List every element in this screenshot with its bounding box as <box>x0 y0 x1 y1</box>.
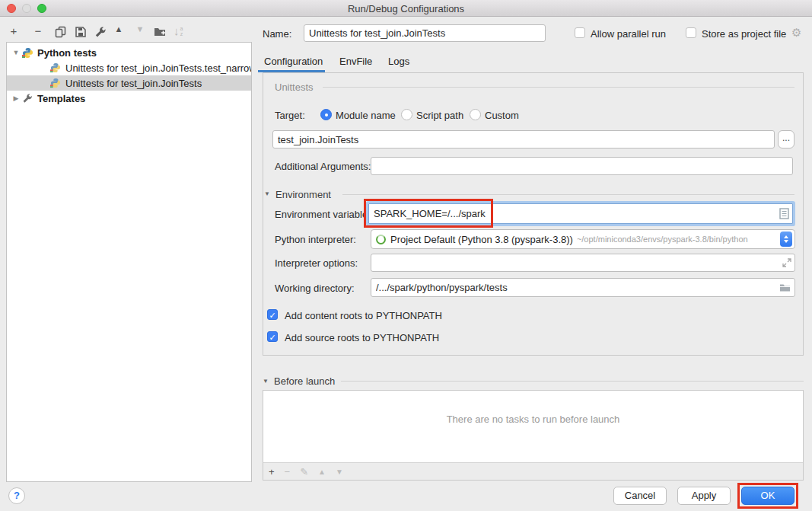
store-options-gear-icon[interactable]: ⚙ <box>791 26 801 40</box>
add-task-icon[interactable]: + <box>269 466 275 477</box>
expand-editor-icon[interactable] <box>782 258 791 267</box>
window-title: Run/Debug Configurations <box>0 3 812 14</box>
store-as-project-file-checkbox[interactable] <box>686 27 696 38</box>
tree-group-templates[interactable]: ▶ Templates <box>7 91 251 106</box>
target-script-path-label[interactable]: Script path <box>416 110 463 121</box>
target-input[interactable] <box>272 130 775 149</box>
sort-arrow-glyph: ↓ <box>174 24 180 37</box>
create-folder-icon[interactable] <box>154 26 167 37</box>
additional-arguments-input[interactable] <box>371 157 793 175</box>
python-interpreter-select[interactable]: Project Default (Python 3.8 (pyspark-3.8… <box>371 229 795 249</box>
cancel-button[interactable]: Cancel <box>613 487 667 505</box>
environment-group-title[interactable]: Environment <box>275 189 331 200</box>
before-launch-empty-text: There are no tasks to run before launch <box>263 414 803 425</box>
tree-item-label[interactable]: Unittests for test_join.JoinTests <box>65 78 202 89</box>
add-source-roots-checkbox[interactable]: ✓ <box>267 331 278 342</box>
target-script-path-radio[interactable] <box>401 109 412 120</box>
divider <box>323 87 794 88</box>
add-source-roots-label[interactable]: Add source roots to PYTHONPATH <box>285 332 439 343</box>
browse-target-button[interactable]: ... <box>778 130 794 149</box>
environment-collapse-icon[interactable]: ▼ <box>264 190 270 197</box>
before-launch-toolbar: + − ✎ ▲ ▼ <box>263 462 803 480</box>
tree-item-label[interactable]: Unittests for test_join.JoinTests.test_n… <box>65 62 251 74</box>
additional-arguments-label: Additional Arguments: <box>275 161 371 172</box>
browse-env-vars-icon[interactable] <box>779 208 789 219</box>
target-label: Target: <box>275 110 305 121</box>
target-module-name-label[interactable]: Module name <box>336 110 396 121</box>
tab-configuration[interactable]: Configuration <box>264 56 323 67</box>
move-task-up-icon: ▲ <box>318 468 326 476</box>
remove-configuration-icon[interactable]: − <box>30 24 46 37</box>
apply-button[interactable]: Apply <box>677 487 731 505</box>
name-input[interactable] <box>304 24 546 42</box>
tree-group-python-tests[interactable]: ▼ Python tests <box>7 45 251 60</box>
before-launch-collapse-icon[interactable]: ▼ <box>263 378 269 385</box>
copy-configuration-icon[interactable] <box>55 26 67 38</box>
tab-envfile[interactable]: EnvFile <box>339 56 372 67</box>
ok-button[interactable]: OK <box>741 487 794 505</box>
sort-letters: a z <box>180 26 183 37</box>
environment-variables-label: Environment variables: <box>275 209 375 220</box>
add-content-roots-label[interactable]: Add content roots to PYTHONPATH <box>285 310 442 321</box>
interpreter-options-input[interactable] <box>371 254 795 272</box>
divider <box>341 381 804 382</box>
target-custom-label[interactable]: Custom <box>485 110 519 121</box>
working-directory-input[interactable] <box>371 278 795 297</box>
before-launch-tasks-panel: There are no tasks to run before launch … <box>263 390 804 481</box>
python-interpreter-label: Python interpreter: <box>275 234 356 245</box>
remove-task-icon: − <box>285 466 291 477</box>
configurations-tree: ▼ Python tests Unittests for test_join.J… <box>6 42 252 482</box>
browse-folder-icon[interactable] <box>779 283 791 292</box>
tree-item-test-narrow[interactable]: Unittests for test_join.JoinTests.test_n… <box>7 60 251 75</box>
tab-logs[interactable]: Logs <box>388 56 409 67</box>
python-test-config-icon <box>50 62 62 74</box>
unittests-group-title: Unittests <box>275 81 314 93</box>
add-content-roots-checkbox[interactable]: ✓ <box>267 309 278 320</box>
target-custom-radio[interactable] <box>470 109 481 120</box>
tree-group-label[interactable]: Templates <box>37 93 85 104</box>
chevron-down-icon[interactable]: ▼ <box>11 49 21 56</box>
tree-item-jointests-selected[interactable]: Unittests for test_join.JoinTests <box>7 75 251 91</box>
sort-configurations-icon: ↓ a z <box>174 24 189 37</box>
python-test-config-icon <box>50 78 62 89</box>
store-as-project-file-label[interactable]: Store as project file <box>702 28 786 40</box>
add-configuration-icon[interactable]: + <box>6 24 21 37</box>
conda-env-icon <box>376 235 386 244</box>
templates-wrench-icon <box>22 93 33 104</box>
python-interpreter-path: ~/opt/miniconda3/envs/pyspark-3.8/bin/py… <box>577 235 777 244</box>
interpreter-options-label: Interpreter options: <box>275 257 358 269</box>
divider <box>342 194 794 195</box>
combo-stepper-icon[interactable] <box>780 232 792 247</box>
title-bar: Run/Debug Configurations <box>0 0 812 17</box>
working-directory-label: Working directory: <box>275 283 355 294</box>
help-button[interactable]: ? <box>8 487 25 504</box>
before-launch-title[interactable]: Before launch <box>274 375 335 387</box>
tree-group-label[interactable]: Python tests <box>37 47 97 59</box>
name-label: Name: <box>263 28 291 40</box>
move-down-icon: ▼ <box>132 24 148 34</box>
allow-parallel-run-checkbox[interactable] <box>575 27 585 38</box>
edit-templates-wrench-icon[interactable] <box>94 26 107 38</box>
environment-variables-input[interactable] <box>368 203 793 224</box>
move-task-down-icon: ▼ <box>336 468 343 476</box>
allow-parallel-run-label[interactable]: Allow parallel run <box>591 28 666 40</box>
edit-task-icon: ✎ <box>300 466 308 477</box>
target-module-name-radio[interactable] <box>320 109 332 120</box>
save-configuration-icon[interactable] <box>75 26 87 38</box>
chevron-right-icon[interactable]: ▶ <box>11 94 21 102</box>
python-tests-icon <box>22 47 33 59</box>
move-up-icon[interactable]: ▲ <box>111 24 126 34</box>
python-interpreter-value: Project Default (Python 3.8 (pyspark-3.8… <box>390 234 573 245</box>
